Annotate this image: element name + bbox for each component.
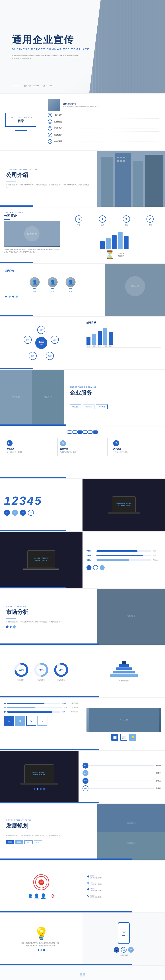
- tl-desc-3: 第三阶段发展目标: [91, 890, 161, 892]
- toc-label-3: 市场分析: [54, 127, 62, 130]
- slide4-progress: [0, 262, 33, 263]
- target-small: 🎯: [50, 894, 55, 898]
- company-intro-en: COMPANY INTRODUCTION: [6, 168, 91, 170]
- step-label-2: 步骤二: [156, 772, 161, 775]
- company-intro-right: [97, 151, 165, 207]
- bar-col-1: 2019: [86, 337, 91, 347]
- slide17-progress: [0, 964, 132, 965]
- profile-title-cn: 公司简介: [4, 214, 60, 218]
- slide-laptop-steps: MOBILE INTERNET IS THE FUTURE 01 步骤一 02 …: [0, 751, 165, 803]
- pct-val-2: 85%: [86, 554, 94, 557]
- pct-chart-left: 72% 市场指标一 48% 市场指标二: [0, 646, 83, 697]
- laptop-big-base: [23, 570, 59, 570]
- node-5: 合作: [24, 336, 32, 344]
- service-card-3-title: 技术支持: [113, 447, 159, 450]
- cto-name: 李四: [51, 291, 54, 293]
- laptop-base: [108, 514, 140, 514]
- step-line-1: [90, 765, 154, 766]
- cover-sub-title: BUSINESS REPORT SUMMARIZES TEMPLATE: [12, 48, 153, 51]
- phone-icon-2: 🌐: [121, 947, 127, 953]
- timeline-item-3: 2022 第三阶段发展目标: [91, 888, 161, 892]
- phone-right: MOBILEAPP 📱 🌐 📡 移动互联网: [83, 913, 165, 965]
- bulb-desc: 创新引领未来发展方向。创新引领未来发展方向。创新引领未来发展方向。创新引领未来发…: [21, 942, 61, 947]
- service-title-cn: 企业服务: [70, 389, 159, 397]
- step-label-1: 步骤一: [156, 764, 161, 767]
- culture-center-sub: 文化: [40, 344, 43, 346]
- cover-desc: BUSINESS REPORT BUSINESS REPORT SUMMARIZ…: [12, 55, 88, 60]
- bar-4: [118, 232, 123, 249]
- market-bar-bg-3: [7, 711, 60, 713]
- profile-section-en: COMPANY PROFILE: [4, 212, 60, 213]
- service-cards: 01 专业服务 专业团队提供一流服务 02 优质产品 优质产品满足客户需求 03…: [4, 438, 161, 456]
- pct-row-3: 60% 指标三: [86, 559, 161, 561]
- slide-culture: 企业 文化 创新 诚信 品质 服务 合作 战略目标 2019 2020 2021: [0, 317, 165, 369]
- pct-right: 75% 指标一 85% 指标二 60% 指标三: [83, 532, 165, 588]
- service-card-1: 01 专业服务 专业团队提供一流服务: [4, 438, 54, 456]
- dot-3: [12, 296, 14, 298]
- quote-open: ": [79, 972, 86, 980]
- tl-year-4: 2023: [91, 894, 161, 896]
- circle-4: ④: [28, 510, 34, 516]
- grid-C: C: [26, 716, 36, 726]
- year-2020: 2020: [6, 840, 14, 844]
- market-right-img: 办公场景: [86, 708, 161, 732]
- node-4: 服务: [29, 352, 37, 360]
- donut-center-3: 85%: [59, 668, 64, 671]
- service-card-1-num: 01: [6, 440, 13, 446]
- toc-building-img: [48, 99, 60, 111]
- culture-title: 战略目标: [86, 321, 161, 325]
- step-row-2: 02 步骤二: [83, 770, 161, 776]
- culture-center: 企业 文化: [35, 337, 47, 349]
- cover-building-image: [89, 0, 165, 93]
- slide-dev-plan-cover: DEVELOPMENT PLAN 发展规划 发展规划内容文字。发展规划内容文字。…: [0, 804, 165, 860]
- year-2021: 2021: [15, 840, 23, 844]
- year-2022: 2022: [24, 840, 33, 844]
- dev-plan-cn: 发展规划: [6, 822, 91, 830]
- bar-col-4: 2022: [103, 328, 107, 347]
- svg-text:团队合作: 团队合作: [44, 396, 52, 398]
- feature-icon-4: ✓: [146, 215, 154, 223]
- svg-rect-10: [123, 160, 125, 162]
- service-title-en: ENTERPRISE SERVICE: [70, 386, 159, 388]
- big-num-2: 2: [11, 495, 18, 507]
- target-left: 目标 👤 👤 👤 → 🎯: [0, 861, 83, 912]
- phone-mockup: MOBILEAPP: [118, 922, 130, 944]
- bar-1: [100, 241, 105, 249]
- team-img: 团队会议: [105, 264, 165, 316]
- phone-icons-row: 📱 🌐 📡: [114, 947, 134, 953]
- company-building-img: [97, 151, 165, 207]
- toc-item-3: 03 市场分析: [48, 125, 159, 132]
- target-right: 2020 第一阶段发展目标 2021 第二阶段发展目标 2022 第三阶段发展目…: [83, 861, 165, 912]
- team-title: 团队介绍: [5, 269, 100, 272]
- dot-1: [5, 296, 7, 298]
- step-line-4: [90, 788, 154, 789]
- service-card-2-num: 02: [60, 440, 66, 446]
- toc-title-cn: 目录: [10, 119, 32, 123]
- toc-left: TABLE OF CONTENTS 目录: [0, 94, 42, 150]
- toc-label-1: 公司介绍: [54, 114, 62, 116]
- pyramid-chart: [86, 661, 161, 677]
- cover-meta-version: 版本：V1.0: [44, 84, 53, 87]
- feature-icon-2: ★: [99, 215, 106, 223]
- phone-icon-1: 📱: [114, 947, 119, 953]
- profile-line: [4, 219, 10, 220]
- market-item-label-2: 年增长率: [72, 706, 79, 709]
- title-underline: [6, 181, 16, 181]
- timeline-item-2: 2021 第二阶段发展目标: [91, 881, 161, 885]
- grid-B: B: [15, 716, 25, 726]
- step-line-2: [90, 773, 154, 773]
- pyramid-3: [116, 667, 132, 670]
- toc-title-en: TABLE OF CONTENTS: [10, 116, 32, 118]
- bar-col-4-label: 2022: [104, 345, 107, 347]
- slide-numbers: 1 2 3 4 5 ① ② ③ ④ MOBILE INTERNET IS THE…: [0, 479, 165, 531]
- bulb-dot-1: [38, 949, 39, 951]
- toc-box: TABLE OF CONTENTS 目录: [5, 113, 36, 127]
- year-badges: 2020 2021 2022 2023: [6, 840, 91, 844]
- person-cto: 👤 CTO 李四: [46, 277, 60, 293]
- svg-text:办公场景: 办公场景: [119, 719, 128, 721]
- market-dot-1: [4, 703, 6, 704]
- pct-circle-3: [100, 565, 105, 570]
- market-icon-1: 📊: [112, 734, 118, 741]
- service-card-3: 03 技术支持 全方位技术支持保障: [111, 438, 161, 456]
- slide-cover: 澳门回 通用企业宣传 BUSINESS REPORT SUMMARIZES TE…: [0, 0, 165, 93]
